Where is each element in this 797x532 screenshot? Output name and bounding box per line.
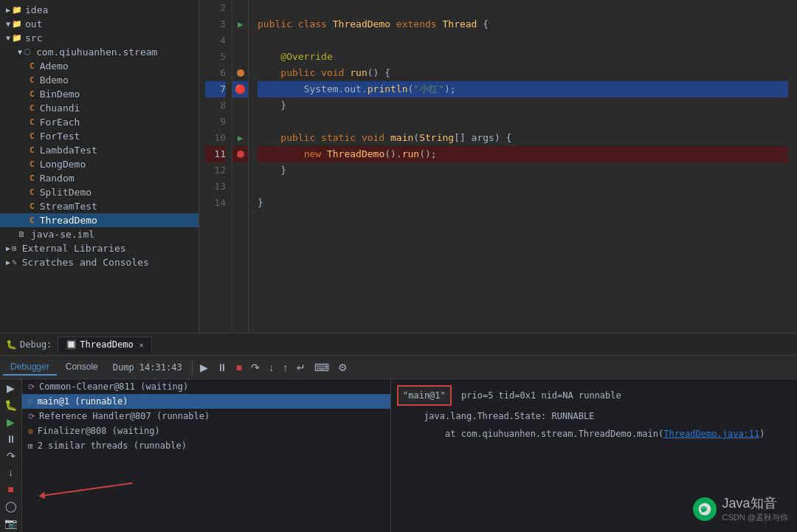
evaluate-button[interactable]: ⌨ bbox=[311, 360, 333, 375]
sidebar-item-ademo[interactable]: C Ademo bbox=[0, 59, 199, 73]
sidebar-item-longdemo[interactable]: C LongDemo bbox=[0, 157, 199, 171]
thread-label: 2 similar threads (runnable) bbox=[38, 441, 187, 451]
sidebar-item-foreach[interactable]: C ForEach bbox=[0, 115, 199, 129]
sidebar-label: ThreadDemo bbox=[40, 215, 97, 226]
bug-icon: 🐛 bbox=[6, 339, 17, 350]
editor-content[interactable]: 2 3 4 5 6 7 8 9 10 11 12 13 14 bbox=[199, 0, 797, 333]
sidebar-label: StreamTest bbox=[40, 201, 97, 212]
thread-item-similar[interactable]: ⊞ 2 similar threads (runnable) bbox=[22, 438, 390, 453]
wechat-icon bbox=[693, 497, 717, 521]
sidebar-label: SplitDemo bbox=[40, 187, 92, 198]
thread-label: Common-Cleaner@811 (waiting) bbox=[39, 381, 188, 392]
debugger-tab-button[interactable]: Debugger bbox=[3, 359, 57, 376]
debug-bottom-area: ▶ 🐛 ▶ ⏸ ↷ ↓ ■ ◯ 📷 ⟳ Common-Cleaner@811 (… bbox=[0, 379, 797, 532]
resume-button[interactable]: ▶ bbox=[196, 360, 212, 375]
resume-btn[interactable]: ▶ bbox=[3, 416, 19, 429]
pause-button[interactable]: ⏸ bbox=[213, 360, 231, 375]
class-icon: C bbox=[30, 117, 35, 127]
sidebar-item-bdemo[interactable]: C Bdemo bbox=[0, 73, 199, 87]
sidebar-item-splitdemo[interactable]: C SplitDemo bbox=[0, 185, 199, 199]
code-line bbox=[258, 0, 788, 16]
main-label-box: "main@1" bbox=[397, 385, 452, 406]
step-out-button[interactable]: ↑ bbox=[279, 360, 291, 375]
sidebar-item-fortest[interactable]: C ForTest bbox=[0, 129, 199, 143]
sidebar-label: out bbox=[25, 18, 42, 30]
file-tree: ▶ 📁 idea ▼ 📁 out ▼ 📁 src ▼ ⬡ com.qiuhuan… bbox=[0, 0, 199, 333]
sidebar-item-idea[interactable]: ▶ 📁 idea bbox=[0, 3, 199, 17]
step-into-button[interactable]: ↓ bbox=[265, 360, 277, 375]
file-icon: 🗎 bbox=[18, 229, 26, 239]
class-icon: C bbox=[30, 215, 35, 225]
sidebar-label: idea bbox=[25, 4, 48, 15]
thread-label: Finalizer@808 (waiting) bbox=[38, 426, 160, 436]
sidebar-item-out[interactable]: ▼ 📁 out bbox=[0, 17, 199, 31]
tab-close-button[interactable]: ✕ bbox=[139, 341, 144, 349]
sidebar-item-bindemo[interactable]: C BinDemo bbox=[0, 87, 199, 101]
class-icon: C bbox=[30, 89, 35, 99]
link-end: ) bbox=[759, 429, 765, 439]
lib-icon: ⊞ bbox=[12, 243, 17, 253]
class-icon: C bbox=[30, 103, 35, 113]
code-line bbox=[258, 179, 788, 195]
arrow-icon: ▼ bbox=[6, 20, 10, 28]
sidebar-label: src bbox=[25, 32, 42, 44]
stepover-btn[interactable]: ↷ bbox=[3, 449, 19, 462]
thread-item-main[interactable]: ▷ main@1 (runnable) bbox=[22, 394, 390, 409]
state-label: java.lang.Thread.State: RUNNABLE bbox=[424, 411, 594, 421]
sidebar-item-src[interactable]: ▼ 📁 src bbox=[0, 31, 199, 45]
stop-button[interactable]: ■ bbox=[232, 360, 246, 375]
thread-item-ref-handler[interactable]: ⟳ Reference Handler@807 (runnable) bbox=[22, 409, 390, 424]
debug-panel: 🐛 Debug: 🔲 ThreadDemo ✕ Debugger Console… bbox=[0, 333, 797, 532]
class-icon: C bbox=[30, 173, 35, 183]
debug-button[interactable]: 🐛 bbox=[3, 399, 19, 412]
line-numbers: 2 3 4 5 6 7 8 9 10 11 12 13 14 bbox=[199, 0, 232, 333]
cam-btn[interactable]: 📷 bbox=[3, 517, 19, 529]
sidebar-item-chuandi[interactable]: C Chuandi bbox=[0, 101, 199, 115]
settings-button[interactable]: ⚙ bbox=[334, 360, 351, 375]
package-icon: ⬡ bbox=[24, 47, 31, 57]
debug-toolbar: Debugger Console Dump 14:31:43 ▶ ⏸ ■ ↷ ↓… bbox=[0, 356, 797, 379]
left-toolbar: ▶ 🐛 ▶ ⏸ ↷ ↓ ■ ◯ 📷 bbox=[0, 379, 22, 532]
sidebar-item-threaddemo[interactable]: C ThreadDemo bbox=[0, 213, 199, 227]
sidebar-label: Ademo bbox=[40, 61, 69, 72]
class-icon: C bbox=[30, 75, 35, 85]
thread-item-common-cleaner[interactable]: ⟳ Common-Cleaner@811 (waiting) bbox=[22, 379, 390, 394]
code-editor[interactable]: public class ThreadDemo extends Thread {… bbox=[249, 0, 797, 333]
sidebar-item-random[interactable]: C Random bbox=[0, 171, 199, 185]
run-to-cursor-button[interactable]: ↵ bbox=[293, 360, 309, 375]
sidebar-label: Random bbox=[40, 173, 75, 184]
thread-label: main@1 (runnable) bbox=[38, 396, 128, 407]
thread-item-finalizer[interactable]: ⚙ Finalizer@808 (waiting) bbox=[22, 424, 390, 438]
stack-link[interactable]: ThreadDemo.java:11 bbox=[663, 429, 759, 439]
sidebar-label: Chuandi bbox=[40, 103, 80, 114]
debug-tab-threaddemo[interactable]: 🔲 ThreadDemo ✕ bbox=[58, 336, 151, 353]
mute-btn[interactable]: ◯ bbox=[3, 500, 19, 512]
stop-btn[interactable]: ■ bbox=[3, 483, 19, 496]
step-over-button[interactable]: ↷ bbox=[247, 360, 263, 375]
code-line: } bbox=[258, 97, 788, 114]
sidebar-label: BinDemo bbox=[40, 89, 80, 100]
sidebar-label: ForTest bbox=[40, 131, 80, 142]
stack-at-line: at com.qiuhuanhen.stream.ThreadDemo.main… bbox=[397, 426, 791, 441]
tab-name: ThreadDemo bbox=[80, 339, 133, 350]
sidebar-item-lambdatest[interactable]: C LambdaTest bbox=[0, 143, 199, 157]
class-icon: C bbox=[30, 131, 35, 141]
stepinto-btn[interactable]: ↓ bbox=[3, 466, 19, 479]
debug-label: 🐛 Debug: bbox=[6, 339, 52, 350]
timestamp-label: Dump 14:31:43 bbox=[113, 362, 182, 373]
sidebar-item-scratches[interactable]: ▶ ✎ Scratches and Consoles bbox=[0, 255, 199, 269]
arrow-icon: ▶ bbox=[6, 258, 10, 266]
thread-panel: ⟳ Common-Cleaner@811 (waiting) ▷ main@1 … bbox=[22, 379, 391, 532]
thread-icon: ⟳ bbox=[28, 412, 35, 421]
code-line bbox=[258, 114, 788, 130]
sidebar-item-streamtest[interactable]: C StreamTest bbox=[0, 199, 199, 213]
pause-btn[interactable]: ⏸ bbox=[3, 432, 19, 445]
console-tab-button[interactable]: Console bbox=[58, 359, 106, 376]
sidebar-item-external-libs[interactable]: ▶ ⊞ External Libraries bbox=[0, 241, 199, 255]
sidebar-item-javase[interactable]: 🗎 java-se.iml bbox=[0, 227, 199, 241]
run-button[interactable]: ▶ bbox=[3, 382, 19, 395]
sidebar-item-package[interactable]: ▼ ⬡ com.qiuhuanhen.stream bbox=[0, 45, 199, 59]
class-icon: C bbox=[30, 61, 35, 71]
at-text: at com.qiuhuanhen.stream.ThreadDemo.main… bbox=[445, 429, 663, 439]
class-icon: C bbox=[30, 145, 35, 155]
